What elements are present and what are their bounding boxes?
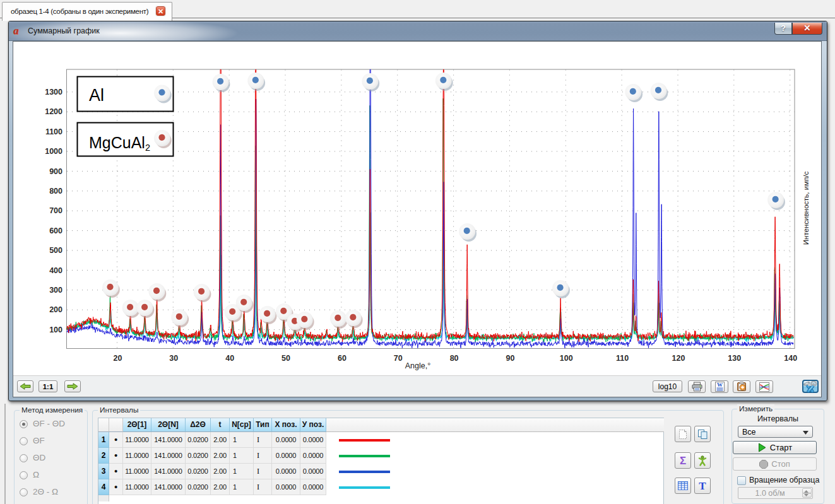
svg-text:50: 50 bbox=[281, 354, 290, 363]
svg-text:500: 500 bbox=[49, 246, 62, 255]
svg-text:130: 130 bbox=[728, 354, 741, 363]
svg-text:110: 110 bbox=[616, 354, 629, 363]
svg-text:100: 100 bbox=[49, 325, 62, 334]
svg-text:800: 800 bbox=[49, 187, 62, 196]
svg-text:100: 100 bbox=[560, 354, 573, 363]
svg-text:140: 140 bbox=[784, 354, 797, 363]
svg-text:200: 200 bbox=[49, 305, 62, 314]
svg-text:1100: 1100 bbox=[45, 127, 62, 136]
svg-text:MgCuAl2: MgCuAl2 bbox=[89, 134, 150, 153]
svg-text:70: 70 bbox=[394, 354, 403, 363]
svg-text:Angle,°: Angle,° bbox=[405, 361, 430, 370]
svg-text:400: 400 bbox=[49, 266, 62, 275]
svg-text:40: 40 bbox=[225, 354, 234, 363]
svg-text:1300: 1300 bbox=[45, 88, 62, 97]
svg-text:1200: 1200 bbox=[45, 107, 62, 116]
svg-text:1000: 1000 bbox=[45, 147, 62, 156]
svg-text:W: W bbox=[717, 382, 723, 388]
svg-text:20: 20 bbox=[114, 354, 122, 363]
svg-text:700: 700 bbox=[49, 206, 62, 215]
svg-text:60: 60 bbox=[338, 354, 346, 363]
svg-text:Интенсивность, имп/с: Интенсивность, имп/с bbox=[802, 172, 810, 245]
svg-text:30: 30 bbox=[169, 354, 178, 363]
svg-text:120: 120 bbox=[672, 354, 685, 363]
svg-text:90: 90 bbox=[506, 354, 514, 363]
svg-text:80: 80 bbox=[450, 354, 459, 363]
svg-text:900: 900 bbox=[49, 167, 62, 176]
svg-text:600: 600 bbox=[49, 226, 62, 235]
svg-text:300: 300 bbox=[49, 286, 62, 295]
svg-text:Al: Al bbox=[89, 86, 104, 105]
